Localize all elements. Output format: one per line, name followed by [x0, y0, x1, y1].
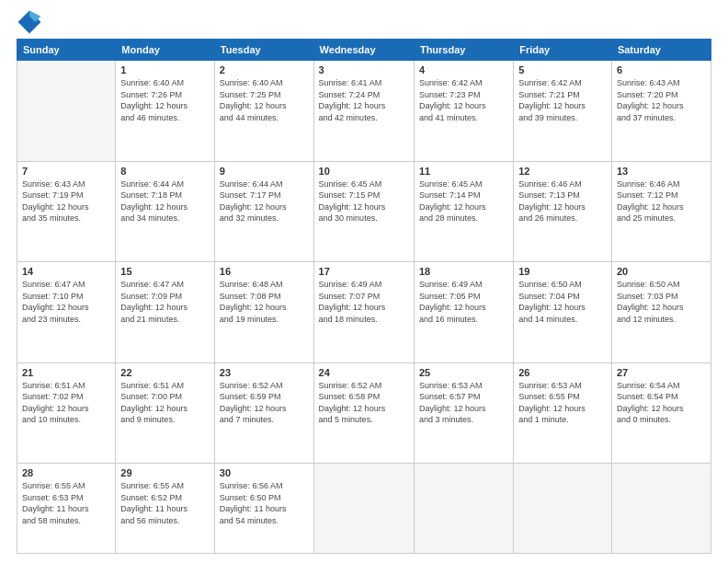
- page: SundayMondayTuesdayWednesdayThursdayFrid…: [0, 0, 728, 563]
- day-number: 23: [220, 367, 309, 378]
- calendar-cell: 7Sunrise: 6:43 AMSunset: 7:19 PMDaylight…: [17, 161, 116, 262]
- day-number: 28: [22, 467, 110, 478]
- day-info: Sunrise: 6:56 AMSunset: 6:50 PMDaylight:…: [220, 480, 309, 526]
- day-info: Sunrise: 6:45 AMSunset: 7:14 PMDaylight:…: [419, 178, 508, 224]
- calendar-cell: 13Sunrise: 6:46 AMSunset: 7:12 PMDayligh…: [611, 161, 711, 262]
- calendar-cell: 12Sunrise: 6:46 AMSunset: 7:13 PMDayligh…: [514, 161, 612, 262]
- col-header-wednesday: Wednesday: [313, 40, 414, 61]
- week-row-5: 28Sunrise: 6:55 AMSunset: 6:53 PMDayligh…: [17, 464, 711, 554]
- day-number: 24: [319, 367, 409, 378]
- col-header-saturday: Saturday: [611, 40, 711, 61]
- col-header-friday: Friday: [514, 40, 612, 61]
- day-number: 8: [120, 166, 210, 177]
- day-number: 25: [419, 367, 508, 378]
- calendar-cell: 4Sunrise: 6:42 AMSunset: 7:23 PMDaylight…: [414, 61, 513, 162]
- day-number: 27: [617, 367, 706, 378]
- calendar-cell: 29Sunrise: 6:55 AMSunset: 6:52 PMDayligh…: [116, 464, 215, 554]
- day-number: 1: [120, 64, 210, 75]
- day-number: 10: [319, 166, 409, 177]
- calendar-cell: 17Sunrise: 6:49 AMSunset: 7:07 PMDayligh…: [313, 262, 414, 363]
- day-info: Sunrise: 6:47 AMSunset: 7:10 PMDaylight:…: [22, 279, 110, 325]
- calendar-header-row: SundayMondayTuesdayWednesdayThursdayFrid…: [17, 40, 711, 61]
- day-info: Sunrise: 6:55 AMSunset: 6:53 PMDaylight:…: [22, 480, 110, 526]
- day-number: 13: [617, 166, 706, 177]
- day-info: Sunrise: 6:51 AMSunset: 7:02 PMDaylight:…: [22, 380, 110, 426]
- col-header-tuesday: Tuesday: [214, 40, 313, 61]
- day-number: 7: [22, 166, 110, 177]
- week-row-4: 21Sunrise: 6:51 AMSunset: 7:02 PMDayligh…: [17, 362, 711, 464]
- day-info: Sunrise: 6:53 AMSunset: 6:55 PMDaylight:…: [518, 380, 607, 426]
- day-number: 26: [518, 367, 607, 378]
- week-row-1: 1Sunrise: 6:40 AMSunset: 7:26 PMDaylight…: [17, 61, 711, 162]
- calendar-cell: 24Sunrise: 6:52 AMSunset: 6:58 PMDayligh…: [313, 362, 414, 464]
- calendar-cell: 1Sunrise: 6:40 AMSunset: 7:26 PMDaylight…: [116, 61, 215, 162]
- day-info: Sunrise: 6:44 AMSunset: 7:18 PMDaylight:…: [120, 178, 210, 224]
- calendar-cell: 25Sunrise: 6:53 AMSunset: 6:57 PMDayligh…: [414, 362, 513, 464]
- col-header-thursday: Thursday: [414, 40, 513, 61]
- header: [17, 9, 711, 35]
- day-info: Sunrise: 6:45 AMSunset: 7:15 PMDaylight:…: [319, 178, 409, 224]
- calendar-cell: 15Sunrise: 6:47 AMSunset: 7:09 PMDayligh…: [116, 262, 215, 363]
- calendar-cell: 10Sunrise: 6:45 AMSunset: 7:15 PMDayligh…: [313, 161, 414, 262]
- day-info: Sunrise: 6:47 AMSunset: 7:09 PMDaylight:…: [120, 279, 210, 325]
- day-number: 2: [220, 64, 309, 75]
- day-info: Sunrise: 6:42 AMSunset: 7:23 PMDaylight:…: [419, 77, 508, 123]
- calendar-cell: 23Sunrise: 6:52 AMSunset: 6:59 PMDayligh…: [214, 362, 313, 464]
- calendar-cell: [611, 464, 711, 554]
- calendar-cell: 16Sunrise: 6:48 AMSunset: 7:08 PMDayligh…: [214, 262, 313, 363]
- day-info: Sunrise: 6:46 AMSunset: 7:13 PMDaylight:…: [518, 178, 607, 224]
- day-number: 15: [120, 266, 210, 277]
- day-info: Sunrise: 6:43 AMSunset: 7:20 PMDaylight:…: [617, 77, 706, 123]
- day-info: Sunrise: 6:42 AMSunset: 7:21 PMDaylight:…: [518, 77, 607, 123]
- day-number: 11: [419, 166, 508, 177]
- day-info: Sunrise: 6:40 AMSunset: 7:25 PMDaylight:…: [220, 77, 309, 123]
- day-number: 3: [319, 64, 409, 75]
- day-info: Sunrise: 6:49 AMSunset: 7:07 PMDaylight:…: [319, 279, 409, 325]
- calendar-cell: 5Sunrise: 6:42 AMSunset: 7:21 PMDaylight…: [514, 61, 612, 162]
- day-number: 17: [319, 266, 409, 277]
- col-header-sunday: Sunday: [17, 40, 116, 61]
- day-number: 9: [220, 166, 309, 177]
- calendar-cell: [313, 464, 414, 554]
- calendar-table: SundayMondayTuesdayWednesdayThursdayFrid…: [17, 39, 711, 554]
- day-info: Sunrise: 6:40 AMSunset: 7:26 PMDaylight:…: [120, 77, 210, 123]
- calendar-cell: 2Sunrise: 6:40 AMSunset: 7:25 PMDaylight…: [214, 61, 313, 162]
- calendar-cell: 11Sunrise: 6:45 AMSunset: 7:14 PMDayligh…: [414, 161, 513, 262]
- day-info: Sunrise: 6:55 AMSunset: 6:52 PMDaylight:…: [120, 480, 210, 526]
- day-number: 14: [22, 266, 110, 277]
- calendar-cell: 9Sunrise: 6:44 AMSunset: 7:17 PMDaylight…: [214, 161, 313, 262]
- calendar-cell: 21Sunrise: 6:51 AMSunset: 7:02 PMDayligh…: [17, 362, 116, 464]
- calendar-cell: [414, 464, 513, 554]
- day-info: Sunrise: 6:53 AMSunset: 6:57 PMDaylight:…: [419, 380, 508, 426]
- calendar-cell: [514, 464, 612, 554]
- day-number: 22: [120, 367, 210, 378]
- day-number: 5: [518, 64, 607, 75]
- calendar-cell: 19Sunrise: 6:50 AMSunset: 7:04 PMDayligh…: [514, 262, 612, 363]
- calendar-cell: 27Sunrise: 6:54 AMSunset: 6:54 PMDayligh…: [611, 362, 711, 464]
- day-info: Sunrise: 6:54 AMSunset: 6:54 PMDaylight:…: [617, 380, 706, 426]
- calendar-cell: 3Sunrise: 6:41 AMSunset: 7:24 PMDaylight…: [313, 61, 414, 162]
- calendar-cell: 8Sunrise: 6:44 AMSunset: 7:18 PMDaylight…: [116, 161, 215, 262]
- day-info: Sunrise: 6:52 AMSunset: 6:59 PMDaylight:…: [220, 380, 309, 426]
- calendar-cell: 6Sunrise: 6:43 AMSunset: 7:20 PMDaylight…: [611, 61, 711, 162]
- calendar-cell: 30Sunrise: 6:56 AMSunset: 6:50 PMDayligh…: [214, 464, 313, 554]
- day-number: 16: [220, 266, 309, 277]
- calendar-cell: 14Sunrise: 6:47 AMSunset: 7:10 PMDayligh…: [17, 262, 116, 363]
- logo: [17, 9, 46, 35]
- day-info: Sunrise: 6:41 AMSunset: 7:24 PMDaylight:…: [319, 77, 409, 123]
- day-number: 30: [220, 467, 309, 478]
- day-number: 29: [120, 467, 210, 478]
- day-number: 21: [22, 367, 110, 378]
- calendar-cell: 22Sunrise: 6:51 AMSunset: 7:00 PMDayligh…: [116, 362, 215, 464]
- day-number: 4: [419, 64, 508, 75]
- calendar-cell: 28Sunrise: 6:55 AMSunset: 6:53 PMDayligh…: [17, 464, 116, 554]
- day-info: Sunrise: 6:43 AMSunset: 7:19 PMDaylight:…: [22, 178, 110, 224]
- calendar-cell: 20Sunrise: 6:50 AMSunset: 7:03 PMDayligh…: [611, 262, 711, 363]
- day-info: Sunrise: 6:50 AMSunset: 7:04 PMDaylight:…: [518, 279, 607, 325]
- calendar-cell: [17, 61, 116, 162]
- logo-icon: [17, 9, 42, 35]
- day-info: Sunrise: 6:46 AMSunset: 7:12 PMDaylight:…: [617, 178, 706, 224]
- day-number: 6: [617, 64, 706, 75]
- day-info: Sunrise: 6:49 AMSunset: 7:05 PMDaylight:…: [419, 279, 508, 325]
- day-number: 12: [518, 166, 607, 177]
